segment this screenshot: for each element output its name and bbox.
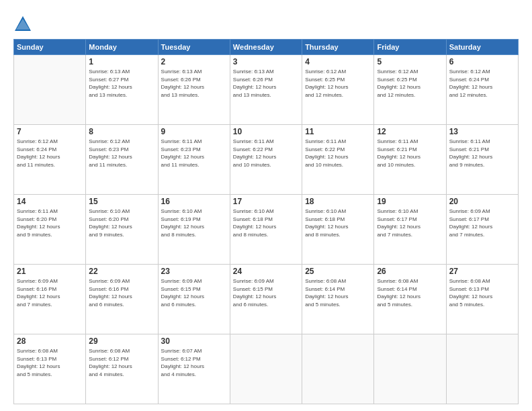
calendar-cell: 15Sunrise: 6:10 AM Sunset: 6:20 PM Dayli… bbox=[86, 195, 158, 265]
calendar-cell: 11Sunrise: 6:11 AM Sunset: 6:22 PM Dayli… bbox=[302, 125, 374, 195]
calendar-cell: 14Sunrise: 6:11 AM Sunset: 6:20 PM Dayli… bbox=[14, 195, 86, 265]
day-number: 15 bbox=[89, 197, 154, 206]
header bbox=[13, 12, 519, 34]
day-info: Sunrise: 6:09 AM Sunset: 6:15 PM Dayligh… bbox=[161, 277, 227, 308]
day-info: Sunrise: 6:08 AM Sunset: 6:13 PM Dayligh… bbox=[449, 277, 515, 308]
day-number: 1 bbox=[89, 57, 154, 66]
calendar-week-row: 14Sunrise: 6:11 AM Sunset: 6:20 PM Dayli… bbox=[14, 195, 519, 265]
day-info: Sunrise: 6:09 AM Sunset: 6:15 PM Dayligh… bbox=[233, 277, 299, 308]
day-number: 6 bbox=[449, 57, 515, 66]
day-info: Sunrise: 6:11 AM Sunset: 6:23 PM Dayligh… bbox=[161, 138, 227, 169]
day-number: 19 bbox=[377, 197, 443, 206]
calendar-week-row: 7Sunrise: 6:12 AM Sunset: 6:24 PM Daylig… bbox=[14, 125, 519, 195]
calendar-cell: 19Sunrise: 6:10 AM Sunset: 6:17 PM Dayli… bbox=[374, 195, 446, 265]
calendar-cell: 8Sunrise: 6:12 AM Sunset: 6:23 PM Daylig… bbox=[86, 125, 158, 195]
calendar-cell: 27Sunrise: 6:08 AM Sunset: 6:13 PM Dayli… bbox=[446, 265, 518, 334]
calendar-week-row: 1Sunrise: 6:13 AM Sunset: 6:27 PM Daylig… bbox=[14, 55, 519, 125]
day-info: Sunrise: 6:11 AM Sunset: 6:21 PM Dayligh… bbox=[377, 138, 443, 169]
logo-icon bbox=[13, 15, 32, 34]
day-number: 18 bbox=[305, 197, 371, 206]
calendar-cell: 1Sunrise: 6:13 AM Sunset: 6:27 PM Daylig… bbox=[86, 55, 158, 125]
calendar-cell: 22Sunrise: 6:09 AM Sunset: 6:16 PM Dayli… bbox=[86, 265, 158, 334]
day-info: Sunrise: 6:08 AM Sunset: 6:12 PM Dayligh… bbox=[89, 347, 154, 378]
day-info: Sunrise: 6:08 AM Sunset: 6:14 PM Dayligh… bbox=[305, 277, 371, 308]
calendar-table: SundayMondayTuesdayWednesdayThursdayFrid… bbox=[13, 39, 519, 404]
calendar-cell: 6Sunrise: 6:12 AM Sunset: 6:24 PM Daylig… bbox=[446, 55, 518, 125]
calendar-header-row: SundayMondayTuesdayWednesdayThursdayFrid… bbox=[14, 40, 519, 55]
calendar-cell bbox=[14, 55, 86, 125]
day-number: 2 bbox=[161, 57, 227, 66]
day-number: 17 bbox=[233, 197, 299, 206]
day-info: Sunrise: 6:12 AM Sunset: 6:24 PM Dayligh… bbox=[17, 138, 83, 169]
calendar-cell: 28Sunrise: 6:08 AM Sunset: 6:13 PM Dayli… bbox=[14, 334, 86, 404]
calendar-cell: 3Sunrise: 6:13 AM Sunset: 6:26 PM Daylig… bbox=[230, 55, 302, 125]
day-info: Sunrise: 6:11 AM Sunset: 6:20 PM Dayligh… bbox=[17, 208, 83, 238]
calendar-cell: 25Sunrise: 6:08 AM Sunset: 6:14 PM Dayli… bbox=[302, 265, 374, 334]
calendar-cell: 24Sunrise: 6:09 AM Sunset: 6:15 PM Dayli… bbox=[230, 265, 302, 334]
day-info: Sunrise: 6:13 AM Sunset: 6:26 PM Dayligh… bbox=[161, 68, 227, 99]
day-number: 9 bbox=[161, 127, 227, 136]
day-number: 25 bbox=[305, 267, 371, 276]
day-number: 12 bbox=[377, 127, 443, 136]
calendar-cell: 30Sunrise: 6:07 AM Sunset: 6:12 PM Dayli… bbox=[158, 334, 230, 404]
logo bbox=[13, 15, 35, 34]
day-number: 27 bbox=[449, 267, 515, 276]
day-number: 21 bbox=[17, 267, 83, 276]
day-number: 24 bbox=[233, 267, 299, 276]
day-info: Sunrise: 6:10 AM Sunset: 6:19 PM Dayligh… bbox=[161, 208, 227, 238]
calendar-cell: 10Sunrise: 6:11 AM Sunset: 6:22 PM Dayli… bbox=[230, 125, 302, 195]
calendar-cell: 12Sunrise: 6:11 AM Sunset: 6:21 PM Dayli… bbox=[374, 125, 446, 195]
day-info: Sunrise: 6:11 AM Sunset: 6:22 PM Dayligh… bbox=[233, 138, 299, 169]
day-info: Sunrise: 6:07 AM Sunset: 6:12 PM Dayligh… bbox=[161, 347, 227, 378]
day-info: Sunrise: 6:10 AM Sunset: 6:18 PM Dayligh… bbox=[305, 208, 371, 238]
day-number: 14 bbox=[17, 197, 83, 206]
day-info: Sunrise: 6:10 AM Sunset: 6:17 PM Dayligh… bbox=[377, 208, 443, 238]
calendar-cell: 18Sunrise: 6:10 AM Sunset: 6:18 PM Dayli… bbox=[302, 195, 374, 265]
day-info: Sunrise: 6:12 AM Sunset: 6:25 PM Dayligh… bbox=[305, 68, 371, 99]
calendar-day-header: Sunday bbox=[14, 40, 86, 55]
day-info: Sunrise: 6:13 AM Sunset: 6:26 PM Dayligh… bbox=[233, 68, 299, 99]
day-number: 22 bbox=[89, 267, 154, 276]
calendar-cell: 9Sunrise: 6:11 AM Sunset: 6:23 PM Daylig… bbox=[158, 125, 230, 195]
day-number: 4 bbox=[305, 57, 371, 66]
calendar-cell: 7Sunrise: 6:12 AM Sunset: 6:24 PM Daylig… bbox=[14, 125, 86, 195]
day-info: Sunrise: 6:11 AM Sunset: 6:22 PM Dayligh… bbox=[305, 138, 371, 169]
day-number: 11 bbox=[305, 127, 371, 136]
calendar-day-header: Friday bbox=[374, 40, 446, 55]
day-info: Sunrise: 6:09 AM Sunset: 6:16 PM Dayligh… bbox=[89, 277, 154, 308]
day-info: Sunrise: 6:11 AM Sunset: 6:21 PM Dayligh… bbox=[449, 138, 515, 169]
day-info: Sunrise: 6:09 AM Sunset: 6:17 PM Dayligh… bbox=[449, 208, 515, 238]
calendar-cell: 20Sunrise: 6:09 AM Sunset: 6:17 PM Dayli… bbox=[446, 195, 518, 265]
day-number: 5 bbox=[377, 57, 443, 66]
day-info: Sunrise: 6:12 AM Sunset: 6:23 PM Dayligh… bbox=[89, 138, 154, 169]
calendar-cell: 21Sunrise: 6:09 AM Sunset: 6:16 PM Dayli… bbox=[14, 265, 86, 334]
day-number: 7 bbox=[17, 127, 83, 136]
svg-marker-1 bbox=[16, 19, 30, 30]
calendar-cell: 2Sunrise: 6:13 AM Sunset: 6:26 PM Daylig… bbox=[158, 55, 230, 125]
day-info: Sunrise: 6:13 AM Sunset: 6:27 PM Dayligh… bbox=[89, 68, 154, 99]
day-info: Sunrise: 6:10 AM Sunset: 6:20 PM Dayligh… bbox=[89, 208, 154, 238]
calendar-cell: 13Sunrise: 6:11 AM Sunset: 6:21 PM Dayli… bbox=[446, 125, 518, 195]
calendar-cell: 4Sunrise: 6:12 AM Sunset: 6:25 PM Daylig… bbox=[302, 55, 374, 125]
calendar-cell: 17Sunrise: 6:10 AM Sunset: 6:18 PM Dayli… bbox=[230, 195, 302, 265]
calendar-cell: 23Sunrise: 6:09 AM Sunset: 6:15 PM Dayli… bbox=[158, 265, 230, 334]
day-info: Sunrise: 6:09 AM Sunset: 6:16 PM Dayligh… bbox=[17, 277, 83, 308]
calendar-cell bbox=[230, 334, 302, 404]
day-number: 26 bbox=[377, 267, 443, 276]
calendar-cell bbox=[374, 334, 446, 404]
day-info: Sunrise: 6:12 AM Sunset: 6:25 PM Dayligh… bbox=[377, 68, 443, 99]
calendar-day-header: Wednesday bbox=[230, 40, 302, 55]
day-info: Sunrise: 6:10 AM Sunset: 6:18 PM Dayligh… bbox=[233, 208, 299, 238]
day-number: 8 bbox=[89, 127, 154, 136]
day-number: 20 bbox=[449, 197, 515, 206]
day-number: 23 bbox=[161, 267, 227, 276]
day-info: Sunrise: 6:08 AM Sunset: 6:14 PM Dayligh… bbox=[377, 277, 443, 308]
calendar-cell: 16Sunrise: 6:10 AM Sunset: 6:19 PM Dayli… bbox=[158, 195, 230, 265]
calendar-week-row: 28Sunrise: 6:08 AM Sunset: 6:13 PM Dayli… bbox=[14, 334, 519, 404]
day-number: 10 bbox=[233, 127, 299, 136]
page: SundayMondayTuesdayWednesdayThursdayFrid… bbox=[0, 0, 532, 411]
calendar-cell: 5Sunrise: 6:12 AM Sunset: 6:25 PM Daylig… bbox=[374, 55, 446, 125]
day-info: Sunrise: 6:12 AM Sunset: 6:24 PM Dayligh… bbox=[449, 68, 515, 99]
calendar-cell: 26Sunrise: 6:08 AM Sunset: 6:14 PM Dayli… bbox=[374, 265, 446, 334]
calendar-day-header: Tuesday bbox=[158, 40, 230, 55]
